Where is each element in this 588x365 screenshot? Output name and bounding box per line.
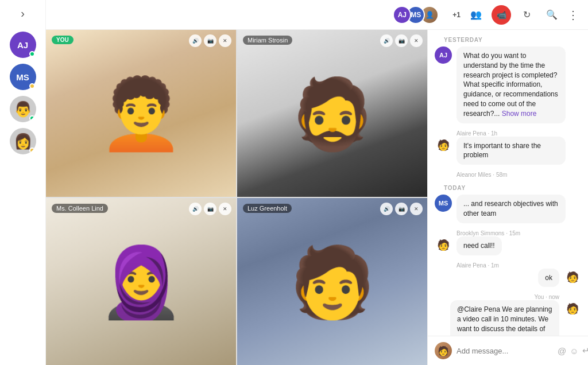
close-video-button[interactable]: ✕ xyxy=(219,203,231,215)
refresh-button[interactable]: ↻ xyxy=(517,5,536,25)
mic-button[interactable]: 🔊 xyxy=(189,34,202,47)
show-more-link[interactable]: Show more xyxy=(502,110,537,118)
sidebar: › AJ MS xyxy=(0,0,46,365)
video-controls-you: 🔊 📷 ✕ xyxy=(189,34,231,47)
emoji-button[interactable]: ☺ xyxy=(570,346,578,356)
topbar-avatar-aj: AJ xyxy=(393,6,411,24)
more-options-button[interactable]: ⋮ xyxy=(567,8,579,22)
colleen-label: Ms. Colleen Lind xyxy=(52,204,108,213)
video-cell-luz: Luz Greenholt 🔊 📷 ✕ xyxy=(237,198,427,365)
video-cell-colleen: Ms. Colleen Lind 🔊 📷 ✕ xyxy=(46,198,236,365)
message-meta-5: You · now xyxy=(435,294,559,300)
video-controls-luz: 🔊 📷 ✕ xyxy=(380,203,423,215)
video-cell-miriam: Miriam Strosin 🔊 📷 ✕ xyxy=(237,30,427,197)
chat-message-1: AJ What do you want to understand by the… xyxy=(435,46,581,123)
close-video-button[interactable]: ✕ xyxy=(410,34,423,47)
topbar: AJ MS 👤 +1 👥 📹 ↻ 🔍 ⋮ xyxy=(46,0,588,30)
message-avatar-aleanor: 🧑 xyxy=(435,137,452,154)
online-status-dot xyxy=(29,51,35,57)
message-input[interactable] xyxy=(457,347,553,355)
close-video-button[interactable]: ✕ xyxy=(410,203,423,215)
message-meta-3: Brooklyn Simmons · 15m xyxy=(457,230,581,236)
video-person-luz xyxy=(237,198,427,365)
message-bubble-5: ok xyxy=(538,269,559,288)
cam-button[interactable]: 📷 xyxy=(395,34,408,47)
send-button[interactable]: ↵ xyxy=(582,345,588,356)
chat-message-6: 🧑 @Claire Pena We are planning a video c… xyxy=(435,300,581,336)
message-avatar-you: 🧑 xyxy=(564,269,581,286)
video-call-button[interactable]: 📹 xyxy=(492,5,511,25)
video-person-miriam xyxy=(237,30,427,197)
sidebar-item-aj[interactable]: AJ xyxy=(10,32,36,58)
chat-input-icons: @ ☺ ↵ xyxy=(558,345,588,356)
message-bubble-3: ... and research objectives with other t… xyxy=(457,195,566,223)
message-avatar-you2: 🧑 xyxy=(564,300,581,317)
message-bubble-2: It's important to share the problem xyxy=(457,137,566,165)
chat-section-today: TODAY xyxy=(435,178,581,195)
cam-button[interactable]: 📷 xyxy=(204,34,216,47)
content-area: YOU 🔊 📷 ✕ Miriam Strosin 🔊 📷 ✕ xyxy=(46,30,588,365)
online-status-dot xyxy=(29,115,35,121)
away-status-dot xyxy=(29,83,35,89)
chat-panel: YESTERDAY AJ What do you want to underst… xyxy=(427,30,588,365)
chat-message-4: 🧑 need call!! xyxy=(435,236,581,255)
mic-button[interactable]: 🔊 xyxy=(380,203,393,215)
mic-button[interactable]: 🔊 xyxy=(380,34,393,47)
chat-input-bar: 🧑 @ ☺ ↵ xyxy=(428,336,588,365)
miriam-label: Miriam Strosin xyxy=(243,36,292,45)
main-area: AJ MS 👤 +1 👥 📹 ↻ 🔍 ⋮ YOU 🔊 📷 ✕ xyxy=(46,0,588,365)
you-label: YOU xyxy=(52,36,74,44)
video-controls-miriam: 🔊 📷 ✕ xyxy=(380,34,423,47)
luz-label: Luz Greenholt xyxy=(243,204,292,213)
message-bubble-4: need call!! xyxy=(457,236,502,255)
message-bubble-1: What do you want to understand by the ti… xyxy=(457,46,566,123)
video-cell-you: YOU 🔊 📷 ✕ xyxy=(46,30,236,197)
chat-input-avatar: 🧑 xyxy=(435,342,452,359)
message-bubble-6: @Claire Pena We are planning a video cal… xyxy=(450,300,559,336)
at-mention-button[interactable]: @ xyxy=(558,346,566,356)
mic-button[interactable]: 🔊 xyxy=(189,203,202,215)
close-video-button[interactable]: ✕ xyxy=(219,34,231,47)
message-meta-4: Alaire Pena · 1m xyxy=(457,262,581,269)
video-person-you xyxy=(46,30,236,197)
message-avatar-alaire2: 🧑 xyxy=(435,236,452,254)
chat-message-5: 🧑 ok xyxy=(435,269,581,288)
away-status-dot xyxy=(29,147,35,153)
video-person-colleen xyxy=(46,198,236,365)
chat-message-2: 🧑 It's important to share the problem xyxy=(435,137,581,165)
message-meta-1: Alaire Pena · 1h xyxy=(457,130,581,137)
call-participants: AJ MS 👤 xyxy=(393,6,439,24)
chat-section-yesterday: YESTERDAY xyxy=(435,30,581,46)
cam-button[interactable]: 📷 xyxy=(395,203,408,215)
sidebar-item-ms[interactable]: MS xyxy=(10,64,36,90)
cam-button[interactable]: 📷 xyxy=(204,203,216,215)
message-avatar-aj: AJ xyxy=(435,46,452,64)
sidebar-item-user3[interactable] xyxy=(10,96,36,122)
collapse-button[interactable]: › xyxy=(21,7,25,20)
search-button[interactable]: 🔍 xyxy=(542,5,562,25)
video-grid: YOU 🔊 📷 ✕ Miriam Strosin 🔊 📷 ✕ xyxy=(46,30,427,365)
message-avatar-ms: MS xyxy=(435,195,452,212)
sidebar-item-user4[interactable] xyxy=(10,128,36,154)
add-people-button[interactable]: 👥 xyxy=(466,5,486,25)
message-meta-2: Aleanor Miles · 58m xyxy=(457,172,581,178)
chat-messages: YESTERDAY AJ What do you want to underst… xyxy=(428,30,588,336)
chat-message-3: MS ... and research objectives with othe… xyxy=(435,195,581,223)
additional-participants-count: +1 xyxy=(452,11,461,19)
video-controls-colleen: 🔊 📷 ✕ xyxy=(189,203,231,215)
